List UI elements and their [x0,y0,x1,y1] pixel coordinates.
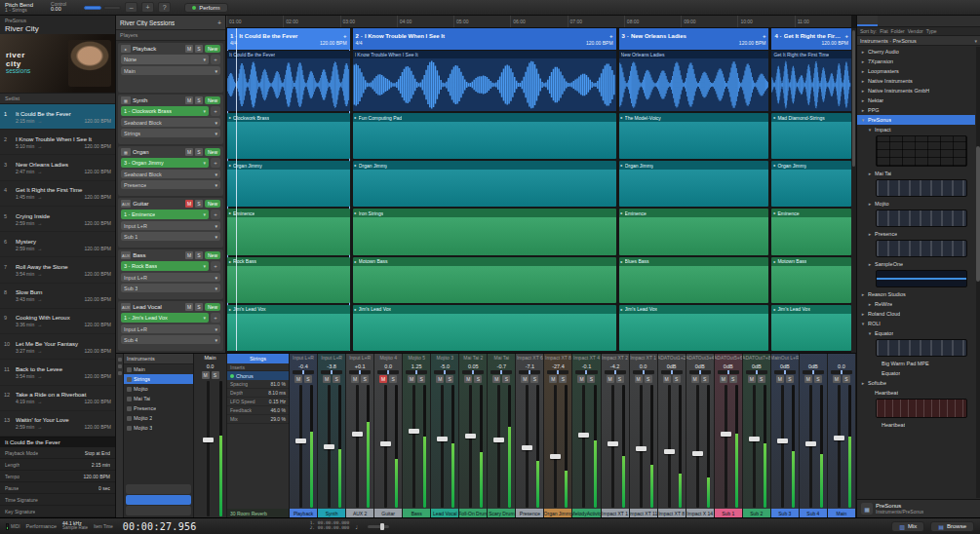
disclosure-icon[interactable]: ▸ [860,291,866,297]
browser-tab[interactable] [898,16,919,26]
disclosure-icon[interactable]: ▸ [860,68,866,74]
mute-button[interactable]: M [577,375,585,383]
solo-button[interactable]: S [389,375,397,383]
setlist-song[interactable]: 8Slow Burn 3:43 min→120.00 BPM [0,284,115,309]
insert-param[interactable]: LFO Speed 0.15 Hz [227,398,289,406]
instrument-clip[interactable]: ▸Jim's Lead Vox [771,305,851,351]
browser-tree-item[interactable]: Heartbeat [857,388,975,398]
add-patch-button[interactable]: + [211,158,220,168]
sort-option[interactable]: Flat [880,28,887,34]
mute-button[interactable]: M [691,375,699,383]
solo-button[interactable]: S [729,375,737,383]
channel-list-item[interactable]: Mojito 2 [124,413,193,423]
pan-slider[interactable] [605,370,626,374]
console-rail[interactable] [116,354,124,517]
player-solo-button[interactable]: S [195,96,203,104]
browser-tree-item[interactable]: ▸ Mai Tai [857,169,975,178]
mixer-channel[interactable]: 0dB M S Sub 4 [800,354,828,517]
player-mute-button[interactable]: M [185,251,193,259]
disclosure-icon[interactable]: ▸ [867,261,873,267]
solo-button[interactable]: S [474,375,482,383]
add-patch-button[interactable]: + [211,210,220,219]
solo-button[interactable]: S [673,375,681,383]
disclosure-icon[interactable]: ▾ [867,127,873,133]
mute-button[interactable]: M [323,375,331,383]
pan-handle[interactable] [359,370,361,374]
channel-fader[interactable] [376,385,400,508]
browser-scrollbar[interactable] [976,47,980,498]
add-section-button[interactable]: + [763,33,766,39]
channel-fader[interactable] [348,385,372,508]
player-output-select[interactable]: Presence▾ [121,180,220,189]
browser-tab[interactable] [857,16,878,26]
instrument-clip[interactable]: ▸Motown Bass [353,257,616,303]
channel-gain-value[interactable]: -27.4 [544,362,571,370]
instrument-clip[interactable]: ▸Organ Jimmy [353,161,616,207]
channel-fader[interactable] [574,385,598,508]
fader-handle[interactable] [692,451,703,456]
mixer-channel[interactable]: Impact XT 8 -27.4 M S Organ Jimmy [544,354,572,517]
audio-clip[interactable]: New Orleans Ladies [619,51,769,111]
fader-handle[interactable] [437,437,448,441]
browser-tree-item[interactable]: ▸ SampleOne [857,259,975,269]
pan-handle[interactable] [444,370,446,374]
channel-list-item[interactable]: Main [124,364,193,374]
mixer-channel[interactable]: 0.0 M S Main [828,354,856,517]
disclosure-icon[interactable]: ▸ [860,97,866,103]
pan-slider[interactable] [718,370,739,374]
player-solo-button[interactable]: S [195,148,203,156]
browser-tab[interactable] [939,16,960,26]
audio-clip[interactable]: I Know Trouble When I See It [353,51,616,111]
mixer-channel[interactable]: Mai Tai -0.7 M S Scary Drum [488,354,516,517]
setlist-song[interactable]: 3New Orleans Ladies 2:47 min→120.00 BPM [0,155,115,180]
disclosure-icon[interactable]: ▾ [867,330,873,336]
instrument-clip[interactable]: ▸Motown Bass [771,257,851,303]
instrument-clip[interactable]: ▸Rock Bass [227,257,350,303]
player-output-select[interactable]: Input L+R▾ [121,324,220,333]
channel-gain-value[interactable]: 0.05 [459,362,487,370]
pan-handle[interactable] [331,370,333,374]
instrument-clip[interactable]: ▸Organ Jimmy [619,161,769,207]
channel-gain-value[interactable]: -0.7 [488,362,515,370]
player-output-select[interactable]: Input L+R▾ [121,273,220,282]
mixer-channel[interactable]: MainOut L+R 0dB M S Sub 3 [771,354,800,517]
mixer-channel[interactable]: Input L+R -0.4 M S Playback [290,354,318,517]
insert-param[interactable]: Mix 29.0 % [227,415,289,424]
mixer-channel[interactable]: Input L+R -3.8 M S Synth [318,354,346,517]
browser-tree-item[interactable]: ▸ Nektar [857,95,975,105]
mai-tai-thumbnail[interactable] [876,179,967,197]
player-output-select[interactable]: Sub 3▾ [121,284,220,292]
mute-button[interactable]: M [748,375,756,383]
song-header[interactable]: 4·Get It Right the First Time+ 120.00 BP… [771,28,851,50]
player-output-select[interactable]: Input L+R▾ [121,221,220,230]
device-power-dot[interactable] [230,374,234,378]
browser-tree-item[interactable]: Big Warm Pad MPE [857,359,975,368]
solo-button[interactable]: S [645,375,652,383]
mute-button[interactable]: M [379,375,387,383]
song-info-row[interactable]: Length 2:15 min [0,459,115,471]
insert-device[interactable]: Chorus [227,371,289,380]
player-mute-button[interactable]: M [185,303,193,311]
patch-select[interactable]: 1 - Jim's Lead Vox▾ [121,313,209,323]
pan-slider[interactable] [377,370,399,374]
instrument-clip[interactable]: ▸Eminence [619,209,769,254]
new-patch-button[interactable]: New [205,303,220,311]
mute-button[interactable]: M [464,375,472,383]
insert-param[interactable]: Feedback 46.0 % [227,406,289,415]
browser-tree-item[interactable]: ▸ Loopmasters [857,66,975,76]
io-filter-button[interactable] [126,484,191,494]
mute-button[interactable]: M [351,375,359,383]
fader-handle[interactable] [465,434,476,439]
timeline-ruler[interactable]: 01:0002:0003:0004:0005:0006:0007:0008:00… [226,16,851,28]
instrument-clip[interactable]: ▸Blues Bass [619,257,769,303]
mute-button[interactable]: M [294,375,302,383]
solo-button[interactable]: S [814,375,822,383]
patch-select[interactable]: 3 - Rock Bass▾ [121,261,209,271]
slider-handle[interactable] [380,523,384,530]
song-info-row[interactable]: Playback Mode Stop at End [0,447,115,459]
channel-fader[interactable] [292,385,315,508]
insert-param[interactable]: Spacing 81.0 % [227,380,289,389]
scrollbar-thumb[interactable] [976,146,980,282]
channel-gain-value[interactable]: 0.0 [630,362,657,370]
fader-handle[interactable] [834,436,844,440]
